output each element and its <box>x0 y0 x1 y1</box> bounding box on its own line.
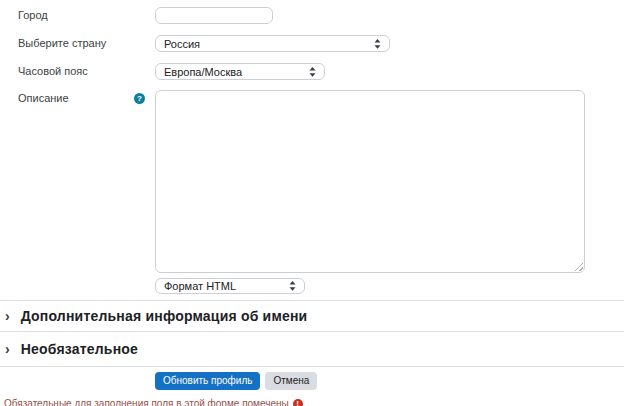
update-profile-button[interactable]: Обновить профиль <box>155 372 260 390</box>
description-textarea-wrap <box>155 90 585 273</box>
required-icon: ! <box>293 399 303 406</box>
timezone-label-col: Часовой пояс <box>18 63 155 80</box>
required-fields-note: Обязательные для заполнения поля в этой … <box>0 398 624 406</box>
format-row: Формат HTML <box>155 278 624 294</box>
help-icon[interactable]: ? <box>134 93 145 104</box>
country-label-col: Выберите страну <box>18 35 155 52</box>
timezone-label: Часовой пояс <box>18 63 88 80</box>
select-updown-icon <box>289 281 296 291</box>
section-header-optional[interactable]: › Необязательное <box>0 331 624 366</box>
select-updown-icon <box>309 67 316 77</box>
country-label: Выберите страну <box>18 35 106 52</box>
description-textarea[interactable] <box>155 90 585 273</box>
profile-edit-form: Город Выберите страну Россия Часовой поя… <box>0 0 624 406</box>
form-row-timezone: Часовой пояс Европа/Москва <box>0 63 624 80</box>
format-select-value: Формат HTML <box>164 280 236 292</box>
description-label-col: Описание ? <box>18 90 155 107</box>
description-label: Описание <box>18 90 69 107</box>
required-note-suffix: . <box>307 398 310 406</box>
form-row-description: Описание ? <box>0 90 624 273</box>
format-select[interactable]: Формат HTML <box>155 278 305 294</box>
required-note-text: Обязательные для заполнения поля в этой … <box>4 398 289 406</box>
timezone-select-value: Европа/Москва <box>164 66 242 78</box>
city-input[interactable] <box>155 7 273 24</box>
section-label: Дополнительная информация об имени <box>21 308 308 324</box>
form-row-country: Выберите страну Россия <box>0 35 624 52</box>
country-select[interactable]: Россия <box>155 35 390 52</box>
chevron-right-icon: › <box>5 342 10 356</box>
form-actions: Обновить профиль Отмена <box>155 372 624 390</box>
form-row-city: Город <box>0 7 624 24</box>
cancel-button[interactable]: Отмена <box>265 372 317 390</box>
timezone-select[interactable]: Европа/Москва <box>155 63 325 80</box>
select-updown-icon <box>374 39 381 49</box>
city-label: Город <box>18 7 48 24</box>
section-label: Необязательное <box>21 341 138 357</box>
section-header-name-info[interactable]: › Дополнительная информация об имени <box>0 300 624 331</box>
chevron-right-icon: › <box>5 309 10 323</box>
divider <box>0 366 624 367</box>
city-label-col: Город <box>18 7 155 24</box>
country-select-value: Россия <box>164 38 200 50</box>
